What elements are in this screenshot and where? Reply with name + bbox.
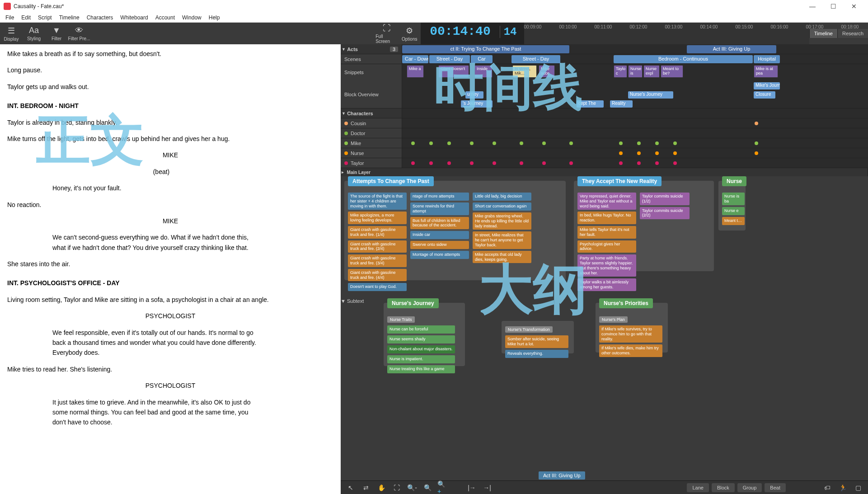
- fullscreen-button[interactable]: ⛶Full Screen: [375, 23, 398, 44]
- menu-script[interactable]: Script: [34, 14, 56, 22]
- character-dot[interactable]: [673, 141, 677, 145]
- scene-block[interactable]: Street - Day: [429, 55, 470, 63]
- close-button[interactable]: ✕: [844, 0, 864, 13]
- character-dot[interactable]: [655, 141, 659, 145]
- snippet-block[interactable]: Meant to be?: [661, 65, 683, 78]
- scene-block[interactable]: Car: [471, 55, 493, 63]
- outline-card[interactable]: Mike tells Taylor that it's not her faul…: [577, 226, 636, 239]
- block-button[interactable]: Block: [712, 483, 735, 492]
- menu-timeline[interactable]: Timeline: [56, 14, 83, 22]
- character-dot[interactable]: [411, 141, 415, 145]
- snippet-block[interactable]: In street, Mik...: [512, 65, 537, 78]
- snippet-block[interactable]: Nurse is: [628, 65, 643, 78]
- snippets-track[interactable]: Mike aGiant Doesn'tInsideIn street, Mik.…: [402, 64, 868, 80]
- character-dot[interactable]: [655, 151, 659, 155]
- character-dot[interactable]: [655, 161, 659, 165]
- outline-card[interactable]: Montage of more attempts: [410, 251, 469, 259]
- scene-block[interactable]: Car - Down: [402, 55, 428, 63]
- script-paren[interactable]: (beat): [80, 167, 243, 177]
- script-character[interactable]: PSYCHOLOGIST: [89, 381, 252, 390]
- snippet-block[interactable]: Nurse expl: [643, 65, 660, 78]
- menu-help[interactable]: Help: [205, 14, 224, 22]
- script-action[interactable]: Taylor is already in bed, staring blankl…: [7, 118, 333, 127]
- character-dot[interactable]: [470, 161, 474, 165]
- character-dot[interactable]: [493, 141, 496, 145]
- character-track[interactable]: [402, 128, 868, 138]
- overview-block[interactable]: Nurse's Journey: [628, 91, 673, 99]
- character-dot[interactable]: [493, 161, 496, 165]
- script-action[interactable]: No reaction.: [7, 200, 333, 210]
- character-dot[interactable]: [637, 151, 641, 155]
- outline-card[interactable]: ntage of more attempts: [410, 193, 469, 201]
- scene-block[interactable]: Bedroom - Continuous: [614, 55, 753, 63]
- overview-block[interactable]: urney: [465, 91, 483, 99]
- character-dot[interactable]: [447, 141, 451, 145]
- character-row-doctor[interactable]: Doctor: [341, 128, 402, 138]
- snippet-block[interactable]: Mike acce: [539, 65, 555, 78]
- track-label-characters[interactable]: ▼ Characters: [341, 108, 402, 118]
- outline-card[interactable]: Nurse can be forceful: [387, 325, 455, 334]
- outline-card[interactable]: Psychologist gives her advice.: [577, 240, 636, 253]
- outline-card[interactable]: Taylor commits suicide (1/2): [640, 193, 690, 205]
- character-dot[interactable]: [429, 161, 433, 165]
- script-scene[interactable]: INT. PSYCHOLOGIST'S OFFICE - DAY: [7, 278, 333, 288]
- act-block[interactable]: ct II: Trying To Change The Past: [402, 45, 569, 53]
- character-track[interactable]: [402, 148, 868, 158]
- scene-block[interactable]: Street - Day: [511, 55, 560, 63]
- zoom-out-icon[interactable]: 🔍-: [407, 482, 418, 493]
- hand-icon[interactable]: ✋: [376, 482, 387, 493]
- snippet-block[interactable]: Giant Doesn't: [438, 65, 469, 78]
- script-scene[interactable]: INT. BEDROOM - NIGHT: [7, 101, 333, 111]
- outline-card[interactable]: Giant crash with gasoline truck and fire…: [348, 226, 407, 239]
- character-dot[interactable]: [619, 141, 623, 145]
- script-dialog[interactable]: We feel responsible, even if it's totall…: [52, 328, 261, 358]
- outline-card[interactable]: Short car conversation again: [473, 202, 531, 211]
- character-dot[interactable]: [520, 141, 523, 145]
- group-title[interactable]: Nurse's Priorities: [599, 298, 653, 308]
- script-character[interactable]: MIKE: [89, 150, 252, 160]
- character-dot[interactable]: [619, 161, 623, 165]
- tag-icon[interactable]: 🏷: [822, 482, 833, 493]
- script-action[interactable]: Mike tries to read her. She's listening.: [7, 364, 333, 374]
- snippet-block[interactable]: Mike a: [407, 65, 424, 78]
- group-button[interactable]: Group: [737, 483, 762, 492]
- outline-card[interactable]: Very repressed, quiet dinner. Mike and T…: [577, 193, 636, 210]
- script-action[interactable]: Long pause.: [7, 65, 333, 75]
- character-dot[interactable]: [673, 161, 677, 165]
- card-group-nurse-transform[interactable]: Nurse's Transformation Somber after suic…: [502, 321, 574, 353]
- outline-card[interactable]: If Mike's wife dies, make him try other …: [599, 344, 662, 357]
- menu-characters[interactable]: Characters: [83, 14, 117, 22]
- script-editor[interactable]: Mike takes a breath as if to say somethi…: [0, 44, 341, 494]
- track-label-acts[interactable]: ▼ Acts3: [341, 44, 402, 54]
- swap-icon[interactable]: ⇄: [361, 482, 371, 493]
- character-dot[interactable]: [520, 161, 523, 165]
- script-action[interactable]: Mike takes a breath as if to say somethi…: [7, 49, 333, 59]
- character-row-taylor[interactable]: Taylor: [341, 158, 402, 168]
- character-dot[interactable]: [411, 161, 415, 165]
- character-dot[interactable]: [619, 151, 623, 155]
- script-character[interactable]: MIKE: [89, 216, 252, 226]
- filter-button[interactable]: ▼Filter: [45, 23, 68, 44]
- zoom-in-icon[interactable]: 🔍+: [437, 482, 448, 493]
- snippet-block[interactable]: Inside: [474, 65, 493, 78]
- card-group-nurse-journey[interactable]: Nurse's Journey Nurse Traits Nurse can b…: [384, 303, 465, 366]
- overview-block[interactable]: Reality: [610, 100, 633, 108]
- character-dot[interactable]: [755, 151, 758, 155]
- card-group-nurse-priorities[interactable]: Nurse's Priorities Nurse's Plan If Mike'…: [596, 303, 668, 353]
- character-dot[interactable]: [542, 161, 546, 165]
- options-button[interactable]: ⚙Options: [398, 23, 421, 44]
- minimize-button[interactable]: —: [802, 0, 823, 13]
- character-dot[interactable]: [755, 122, 758, 125]
- outline-card[interactable]: Little old lady, big decision: [473, 193, 531, 201]
- overview-block[interactable]: cept The: [577, 100, 604, 108]
- character-dot[interactable]: [755, 141, 758, 145]
- outline-card[interactable]: Taylor commits suicide (2/2): [640, 207, 690, 220]
- script-action[interactable]: She stares into the air.: [7, 259, 333, 269]
- outline-card[interactable]: Nurse is ba: [722, 193, 745, 205]
- outline-card[interactable]: Meant t…: [722, 217, 745, 225]
- group-title[interactable]: Attempts To Change The Past: [348, 176, 434, 186]
- outline-card[interactable]: Taylor walks a bit aimlessly among her g…: [577, 278, 636, 291]
- script-dialog[interactable]: We can't second-guess everything we do. …: [52, 232, 261, 253]
- outline-card[interactable]: Mike apologizes, a more loving feeling d…: [348, 212, 407, 224]
- overview-track[interactable]: urney's Journeyiescept TheRealityNurse's…: [402, 80, 868, 108]
